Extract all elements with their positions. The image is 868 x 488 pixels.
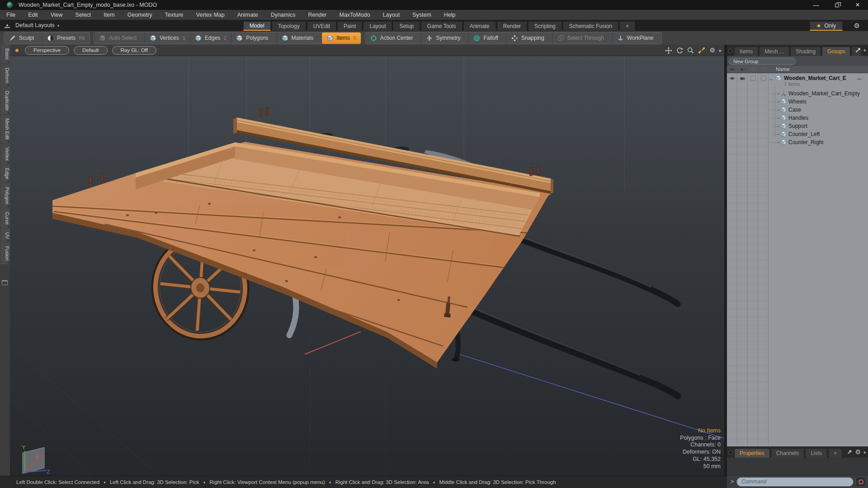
panel-thumb-icon[interactable] <box>728 49 732 53</box>
close-button[interactable]: × <box>847 0 868 10</box>
viewport-style-button[interactable]: Default <box>74 46 107 55</box>
group-render-camera-icon[interactable] <box>737 75 748 81</box>
toolbar-button[interactable]: Falloff <box>468 33 506 44</box>
layout-tab[interactable]: Animate <box>463 21 496 31</box>
viewport-style-button[interactable]: Ray GL: Off <box>112 46 157 55</box>
3d-viewport[interactable]: Y X Z <box>10 56 724 476</box>
layout-tab[interactable]: + <box>619 21 635 31</box>
menu-item[interactable]: Texture <box>159 10 190 20</box>
panel-tab[interactable]: Items <box>734 47 758 56</box>
menu-item[interactable]: MaxToModo <box>333 10 377 20</box>
collapse-expander-icon[interactable]: − <box>769 77 772 82</box>
side-tab[interactable]: Vertex <box>0 144 10 164</box>
menu-item[interactable]: Animate <box>231 10 264 20</box>
menu-item[interactable]: Help <box>438 10 462 20</box>
toolbar-button[interactable]: Sculpt <box>4 33 42 44</box>
panel-tab[interactable]: Shading <box>790 47 821 56</box>
menu-item[interactable]: Select <box>69 10 98 20</box>
group-item-row[interactable]: Counter_Left <box>727 130 868 138</box>
menu-item[interactable]: View <box>44 10 69 20</box>
group-ellipsis[interactable]: ... <box>857 75 862 81</box>
layout-switcher[interactable]: Default Layouts▾ <box>15 20 59 31</box>
panel-gear-icon[interactable]: ⚙ <box>855 448 861 455</box>
menu-item[interactable]: Edit <box>22 10 44 20</box>
layout-tab[interactable]: Layout <box>363 21 392 31</box>
orbit-icon[interactable] <box>676 47 683 54</box>
side-tab[interactable]: Polygon <box>0 183 10 208</box>
panel-thumb-icon[interactable] <box>728 450 732 455</box>
menu-item[interactable]: Geometry <box>121 10 159 20</box>
viewport-settings-gear-icon[interactable]: ⚙ <box>709 45 715 56</box>
command-input[interactable] <box>736 477 854 487</box>
toolbar-button[interactable]: Polygons <box>231 33 276 44</box>
panel-arrow-icon[interactable]: ▸ <box>864 450 866 455</box>
toolbar-button[interactable]: Select Through <box>552 33 612 44</box>
side-tab[interactable]: Edge <box>0 164 10 183</box>
bottom-tab[interactable]: + <box>828 448 842 458</box>
groups-tree[interactable]: − Wooden_Market_Cart_E ... 7 Items Woode… <box>727 73 868 446</box>
menu-item[interactable]: System <box>406 10 438 20</box>
toolbar-button[interactable]: WorkPlane <box>612 33 661 44</box>
toolbar-button[interactable]: Action Center <box>365 33 421 44</box>
group-checkbox[interactable] <box>758 75 769 81</box>
bottom-tab[interactable]: Channels <box>771 448 805 458</box>
layout-tab[interactable]: UVEdit <box>307 21 336 31</box>
toolbar-button[interactable]: Symmetry <box>421 33 468 44</box>
toolbar-button[interactable]: Snapping <box>506 33 552 44</box>
new-group-button[interactable]: New Group <box>729 58 796 65</box>
toolbar-button[interactable]: Vertices 1 <box>145 33 190 44</box>
pin-layout-icon[interactable]: ▲ <box>5 23 10 28</box>
group-item-row[interactable]: Wheels <box>727 98 868 106</box>
group-checkbox[interactable] <box>748 75 758 81</box>
menu-item[interactable]: Layout <box>377 10 406 20</box>
viewport-canvas[interactable]: Y X Z <box>10 56 724 476</box>
layout-tab[interactable]: Schematic Fusion <box>563 21 618 31</box>
render-column-camera-icon[interactable] <box>737 66 748 72</box>
side-tab[interactable]: Duplicate <box>0 87 10 114</box>
panel-tab[interactable]: Groups <box>822 47 850 56</box>
side-tab[interactable]: Curve <box>0 208 10 228</box>
layout-tab[interactable]: Topology <box>272 21 306 31</box>
side-tab[interactable]: Deform <box>0 64 10 87</box>
group-item-row[interactable]: Counter_Right <box>727 138 868 146</box>
toolbar-button[interactable]: Materials <box>277 33 322 44</box>
gear-icon[interactable]: ⚙ <box>854 22 860 30</box>
side-tab[interactable]: Fusion <box>0 243 10 264</box>
layout-tab[interactable]: Game Tools <box>421 21 462 31</box>
panel-arrow-icon[interactable]: ▸ <box>864 47 866 52</box>
group-name[interactable]: Wooden_Market_Cart_E <box>784 75 846 81</box>
group-row[interactable]: − Wooden_Market_Cart_E ... 7 Items <box>727 73 868 89</box>
only-tab[interactable]: ★Only <box>810 21 843 31</box>
menu-item[interactable]: File <box>0 10 22 20</box>
toolbar-button[interactable]: Presets F6 <box>42 33 90 44</box>
zoom-icon[interactable] <box>687 47 694 54</box>
panel-tab[interactable]: Mesh ... <box>759 47 789 56</box>
viewport-expand-arrow-icon[interactable]: ▸ <box>719 48 722 53</box>
menu-item[interactable]: Vertex Map <box>190 10 231 20</box>
group-item-row[interactable]: Support <box>727 122 868 130</box>
macro-record-button[interactable] <box>856 477 866 487</box>
toolbar-button[interactable]: Edges 2 <box>190 33 231 44</box>
toolbar-button[interactable]: Items 5 <box>321 33 360 44</box>
menu-item[interactable]: Render <box>302 10 333 20</box>
side-tab[interactable]: Basic <box>0 45 10 64</box>
layout-tab[interactable]: Scripting <box>528 21 562 31</box>
restore-button[interactable] <box>826 0 847 10</box>
wireframe-column-icon[interactable] <box>748 66 758 72</box>
viewport-thumb-icon[interactable] <box>15 49 19 52</box>
layout-tab[interactable]: Model <box>243 21 271 31</box>
mini-palette-icon[interactable] <box>2 280 8 285</box>
side-tab[interactable]: Mesh Edit <box>0 115 10 143</box>
group-item-row[interactable]: Handles <box>727 114 868 122</box>
toolbar-button[interactable]: Auto Select <box>94 33 145 44</box>
group-item-row[interactable]: Case <box>727 106 868 114</box>
visibility-column-eye-icon[interactable] <box>727 66 737 72</box>
expand-panel-icon[interactable]: ↗ <box>847 449 852 455</box>
minimize-button[interactable]: — <box>806 0 826 10</box>
bottom-tab[interactable]: Properties <box>734 448 770 458</box>
bottom-tab[interactable]: Lists <box>805 448 827 458</box>
menu-item[interactable]: Dynamics <box>264 10 302 20</box>
pan-icon[interactable] <box>665 47 672 54</box>
layout-tab[interactable]: Paint <box>337 21 362 31</box>
group-item-row[interactable]: Wooden_Market_Cart_Empty <box>727 89 868 98</box>
